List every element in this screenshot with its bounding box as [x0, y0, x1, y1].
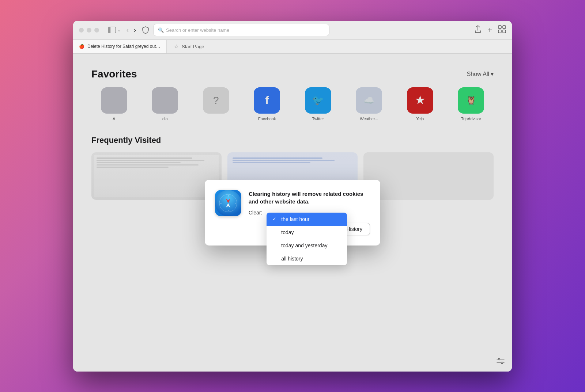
star-icon: ☆ [174, 43, 179, 49]
maximize-button[interactable] [94, 28, 99, 33]
close-button[interactable] [79, 28, 84, 33]
tab-apple-community[interactable]: 🍎 Delete History for Safari greyed out -… [73, 40, 167, 53]
title-bar: ⌄ ‹ › 🔍 Search or enter website name + [73, 21, 512, 40]
option-label: the last hour [281, 216, 309, 222]
svg-rect-3 [503, 30, 506, 33]
tab-bar: 🍎 Delete History for Safari greyed out -… [73, 40, 512, 54]
browser-window: ⌄ ‹ › 🔍 Search or enter website name + [73, 21, 512, 372]
start-page-tab[interactable]: Start Page [182, 44, 204, 49]
dialog-content: Clearing history will remove related coo… [215, 190, 370, 235]
back-button[interactable]: ‹ [125, 26, 130, 35]
dialog-clear-row: Clear: ✓ the last hour today [249, 210, 370, 216]
shield-icon [142, 26, 149, 34]
search-icon: 🔍 [158, 27, 164, 33]
tab-favicon: 🍎 [79, 44, 84, 49]
traffic-lights [79, 28, 99, 33]
dialog-overlay: Clearing history will remove related coo… [73, 54, 512, 372]
option-label: all history [281, 256, 303, 262]
sidebar-toggle-button[interactable]: ⌄ [108, 27, 121, 33]
svg-rect-2 [498, 30, 501, 33]
forward-button[interactable]: › [132, 26, 137, 35]
sidebar-icon [108, 27, 116, 33]
option-label: today and yesterday [281, 243, 327, 248]
toolbar-right: + [474, 25, 506, 35]
minimize-button[interactable] [87, 28, 91, 33]
dropdown-option-today[interactable]: today [267, 226, 347, 239]
dropdown-option-all-history[interactable]: all history [267, 252, 347, 265]
safari-icon [215, 190, 241, 216]
dropdown-menu[interactable]: ✓ the last hour today [267, 213, 347, 265]
chevron-down-icon: ⌄ [117, 28, 121, 33]
main-content: Favorites Show All ▾ A dia ? f Faceb [73, 54, 512, 372]
search-bar[interactable]: 🔍 Search or enter website name [154, 24, 329, 36]
dialog-text-section: Clearing history will remove related coo… [249, 190, 370, 235]
clear-label: Clear: [249, 210, 262, 216]
clear-history-dialog: Clearing history will remove related coo… [205, 180, 380, 246]
nav-buttons: ‹ › [125, 26, 137, 35]
checkmark-icon: ✓ [272, 216, 278, 222]
option-label: today [281, 229, 294, 235]
search-placeholder: Search or enter website name [166, 27, 229, 33]
tab-title: Delete History for Safari greyed out - A… [87, 44, 161, 49]
tab-overview-icon[interactable] [498, 25, 506, 35]
tab-spacer: ☆ Start Page [167, 40, 512, 53]
dropdown-option-today-yesterday[interactable]: today and yesterday [267, 239, 347, 252]
share-icon[interactable] [474, 25, 482, 35]
svg-rect-0 [498, 26, 501, 28]
dropdown-option-last-hour[interactable]: ✓ the last hour [267, 213, 347, 226]
svg-rect-1 [503, 26, 506, 28]
dialog-title: Clearing history will remove related coo… [249, 190, 370, 205]
new-tab-icon[interactable]: + [487, 25, 492, 35]
